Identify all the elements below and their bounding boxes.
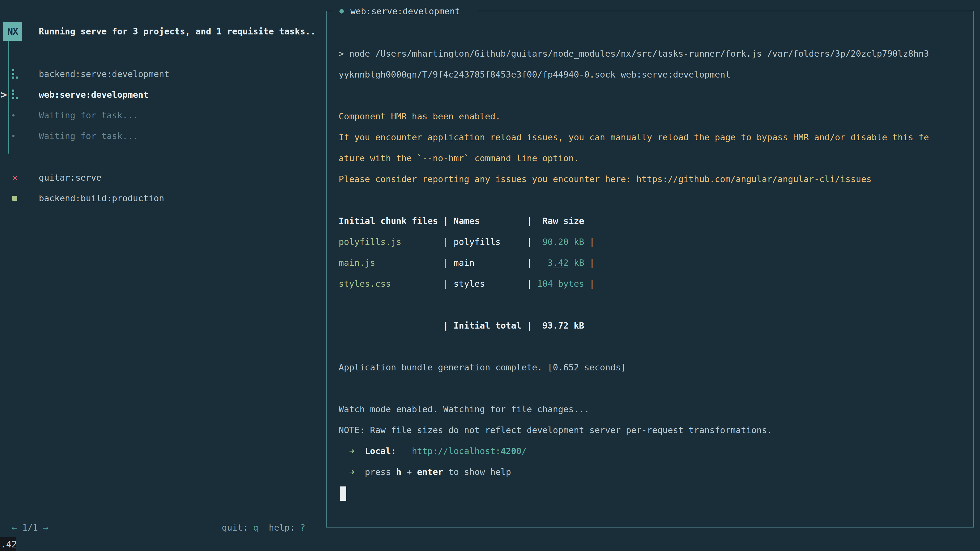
terminal-line (339, 378, 968, 399)
success-square-icon (12, 196, 18, 201)
terminal-line: NOTE: Raw file sizes do not reflect deve… (339, 420, 968, 441)
task-label: Waiting for task... (39, 131, 138, 141)
task-output-panel: web:serve:development > node /Users/mhar… (326, 11, 974, 527)
terminal-text: | polyfills | (401, 237, 542, 247)
task-label: backend:serve:development (39, 69, 169, 79)
terminal-text: + (401, 467, 417, 477)
terminal-line (339, 483, 968, 503)
terminal-text (339, 467, 349, 477)
terminal-text: | Initial total | 93.72 kB (339, 321, 584, 330)
terminal-text: 3 (548, 258, 553, 268)
task-row[interactable]: ✕guitar:serve (0, 167, 321, 188)
terminal-text: kB (569, 258, 584, 268)
terminal-line: Application bundle generation complete. … (339, 357, 968, 378)
terminal-line: Component HMR has been enabled. (339, 106, 968, 127)
terminal-text: styles.css (339, 279, 391, 289)
task-label: web:serve:development (39, 89, 148, 100)
terminal-text (354, 446, 365, 456)
task-row[interactable]: >web:serve:development (0, 84, 321, 105)
quit-label: quit: (222, 522, 253, 533)
terminal-text: main.js (339, 258, 375, 268)
terminal-line (339, 336, 968, 357)
terminal-text: Watch mode enabled. Watching for file ch… (339, 404, 590, 414)
terminal-line: If you encounter application reload issu… (339, 127, 968, 148)
local-url-link[interactable]: / (522, 446, 527, 456)
terminal-line: ➜ press h + enter to show help (339, 462, 968, 483)
spinner-icon (12, 89, 18, 100)
terminal-line: polyfills.js | polyfills | 90.20 kB | (339, 231, 968, 252)
terminal-text: 104 bytes (537, 279, 584, 289)
terminal-text: | (584, 279, 595, 289)
terminal-line: | Initial total | 93.72 kB (339, 315, 968, 336)
nx-terminal-screen: NX Running serve for 3 projects, and 1 r… (0, 0, 980, 551)
task-row[interactable]: Waiting for task... (0, 105, 321, 125)
task-row[interactable]: backend:serve:development (0, 64, 321, 84)
terminal-line: Watch mode enabled. Watching for file ch… (339, 399, 968, 420)
terminal-text: .42 (553, 258, 568, 268)
terminal-text: 90.20 kB (542, 237, 584, 247)
terminal-line: Please consider reporting any issues you… (339, 168, 968, 189)
terminal-line: styles.css | styles | 104 bytes | (339, 273, 968, 294)
terminal-line: Initial chunk files | Names | Raw size (339, 210, 968, 231)
terminal-text: ➜ (349, 446, 354, 456)
task-group-running: backend:serve:development>web:serve:deve… (0, 64, 321, 146)
terminal-text: enter (417, 467, 443, 477)
terminal-text: Application bundle generation complete. … (339, 362, 626, 372)
terminal-text: ature with the `--no-hmr` command line o… (339, 153, 579, 163)
selected-chevron-icon: > (1, 89, 7, 100)
terminal-text: NOTE: Raw file sizes do not reflect deve… (339, 425, 772, 435)
nx-logo: NX (3, 22, 22, 41)
terminal-text: | (584, 237, 595, 247)
task-label: Waiting for task... (39, 110, 138, 121)
terminal-text: Please consider reporting any issues you… (339, 174, 872, 184)
terminal-text: If you encounter application reload issu… (339, 132, 929, 142)
terminal-line: main.js | main | 3.42 kB | (339, 252, 968, 273)
task-label: guitar:serve (39, 172, 102, 183)
help-label: help: (258, 522, 300, 533)
local-url-link[interactable]: http://localhost: (412, 446, 501, 456)
terminal-text: yyknnbtgh0000gn/T/9f4c243785f8453e3f00/f… (339, 69, 730, 79)
terminal-line: ➜ Local: http://localhost:4200/ (339, 441, 968, 462)
terminal-text: | styles | (391, 279, 537, 289)
quit-key[interactable]: q (253, 522, 258, 533)
terminal-line (339, 294, 968, 315)
terminal-output: > node /Users/mhartington/Github/guitars… (339, 43, 968, 503)
terminal-text (396, 446, 412, 456)
footer-shortcuts: quit: q help: ? (222, 520, 305, 535)
sidebar-header: Running serve for 3 projects, and 1 requ… (39, 22, 316, 41)
terminal-text: | (584, 258, 595, 268)
help-key[interactable]: ? (300, 522, 305, 533)
terminal-text: | main | (375, 258, 548, 268)
terminal-text: > node /Users/mhartington/Github/guitars… (339, 48, 929, 59)
task-row[interactable]: Waiting for task... (0, 125, 321, 146)
terminal-text (339, 446, 349, 456)
pager-left-arrow-icon[interactable]: ← (12, 522, 17, 533)
panel-title: web:serve:development (350, 6, 460, 16)
task-label: backend:build:production (39, 193, 164, 203)
terminal-line (339, 85, 968, 106)
terminal-text: press (354, 467, 396, 477)
corner-overlay-text: .42 (0, 539, 17, 549)
terminal-line: ature with the `--no-hmr` command line o… (339, 148, 968, 168)
terminal-line: yyknnbtgh0000gn/T/9f4c243785f8453e3f00/f… (339, 64, 968, 85)
pager: ← 1/1 → (12, 520, 48, 535)
task-group-other: ✕guitar:servebackend:build:production (0, 167, 321, 208)
waiting-dot-icon (12, 114, 14, 116)
corner-overlay-badge: .42 (0, 537, 16, 551)
panel-title-bar: web:serve:development (333, 5, 478, 17)
waiting-dot-icon (12, 135, 14, 137)
terminal-text: to show help (443, 467, 511, 477)
terminal-text: Local: (365, 446, 396, 456)
pager-position: 1/1 (17, 522, 43, 533)
terminal-line: > node /Users/mhartington/Github/guitars… (339, 43, 968, 64)
pager-right-arrow-icon[interactable]: → (43, 522, 48, 533)
terminal-text: polyfills.js (339, 237, 401, 247)
status-dot-icon (339, 9, 344, 14)
task-row[interactable]: backend:build:production (0, 188, 321, 208)
terminal-text: Initial chunk files | Names | Raw size (339, 216, 584, 226)
spinner-icon (12, 69, 18, 79)
terminal-text: h (396, 467, 401, 477)
terminal-cursor (340, 486, 346, 501)
local-url-link[interactable]: 4200 (501, 446, 522, 456)
terminal-line (339, 189, 968, 210)
